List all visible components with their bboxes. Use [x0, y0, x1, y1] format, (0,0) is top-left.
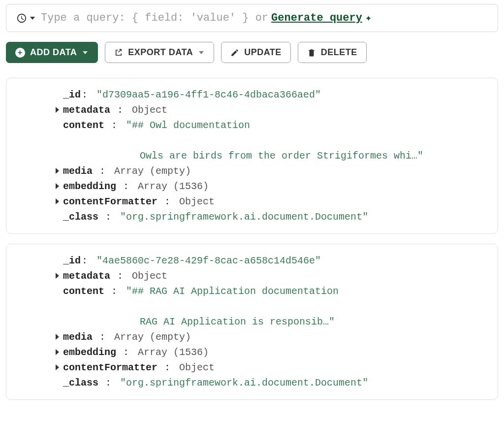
field-value: Object [132, 270, 167, 282]
field-key: content [63, 120, 104, 131]
delete-label: DELETE [321, 47, 357, 58]
field-key: embedding [63, 181, 116, 192]
field-value: Array (empty) [114, 165, 191, 177]
caret-right-icon [56, 107, 59, 113]
field-key: contentFormatter [63, 196, 158, 207]
field-key: _id [63, 89, 81, 100]
field-row-contentformatter[interactable]: contentFormatter : Object [56, 194, 488, 209]
query-placeholder: Type a query: { field: 'value' } or [41, 12, 268, 24]
field-key: media [63, 165, 93, 177]
field-value: "## Owl documentation [126, 120, 250, 131]
field-key: _id [63, 255, 81, 266]
field-row-media[interactable]: media : Array (empty) [56, 329, 488, 345]
sparkle-icon: ✦ [365, 11, 372, 25]
field-value-cont: Owls are birds from the order Strigiform… [63, 150, 423, 162]
field-row-metadata[interactable]: metadata : Object [56, 102, 488, 118]
field-key: media [63, 331, 93, 343]
field-key: embedding [63, 347, 116, 358]
field-value: "## RAG AI Application documentation [126, 286, 339, 297]
field-value: "org.springframework.ai.document.Documen… [120, 211, 368, 223]
field-value: Array (empty) [114, 331, 191, 343]
field-row-embedding[interactable]: embedding : Array (1536) [56, 345, 488, 360]
clock-icon [16, 13, 27, 24]
caret-right-icon [56, 334, 59, 340]
field-key: metadata [63, 104, 110, 116]
caret-right-icon [56, 198, 59, 204]
document-card[interactable]: _id: "d7309aa5-a196-4ff1-8c46-4dbaca366a… [6, 78, 498, 234]
update-label: UPDATE [244, 47, 282, 58]
caret-right-icon [56, 273, 59, 279]
field-key: metadata [63, 270, 110, 282]
field-row-id: _id: "4ae5860c-7e28-429f-8cac-a658c14d54… [56, 253, 488, 268]
field-key: contentFormatter [63, 362, 158, 373]
query-bar: Type a query: { field: 'value' } or Gene… [6, 4, 498, 32]
chevron-down-icon [30, 17, 35, 20]
field-value: Array (1536) [138, 347, 209, 358]
add-data-label: ADD DATA [30, 47, 77, 58]
export-icon [114, 48, 123, 57]
field-row-class: _class : "org.springframework.ai.documen… [56, 209, 488, 225]
add-data-button[interactable]: + ADD DATA [6, 42, 98, 63]
plus-icon: + [15, 48, 25, 58]
field-row-content: content : "## Owl documentation Owls are… [56, 118, 488, 163]
field-value: Object [179, 362, 215, 373]
field-row-contentformatter[interactable]: contentFormatter : Object [56, 360, 488, 375]
generate-query-link[interactable]: Generate query [271, 12, 362, 24]
update-button[interactable]: UPDATE [221, 42, 291, 63]
field-value: Object [132, 104, 167, 116]
field-row-embedding[interactable]: embedding : Array (1536) [56, 179, 488, 194]
field-row-class: _class : "org.springframework.ai.documen… [56, 375, 488, 390]
field-value: "d7309aa5-a196-4ff1-8c46-4dbaca366aed" [96, 89, 321, 100]
field-value: Object [179, 196, 215, 207]
field-value: Array (1536) [138, 181, 209, 192]
export-data-button[interactable]: EXPORT DATA [105, 42, 214, 63]
export-data-label: EXPORT DATA [128, 47, 193, 58]
field-key: _class [63, 377, 98, 389]
caret-right-icon [56, 168, 59, 174]
field-row-id: _id: "d7309aa5-a196-4ff1-8c46-4dbaca366a… [56, 87, 488, 102]
field-key: _class [63, 211, 98, 223]
trash-icon [307, 48, 316, 57]
toolbar: + ADD DATA EXPORT DATA UPDATE DELETE [6, 42, 498, 63]
field-value-cont: RAG AI Application is responsib…" [63, 316, 335, 327]
document-card[interactable]: _id: "4ae5860c-7e28-429f-8cac-a658c14d54… [6, 244, 498, 400]
caret-right-icon [56, 183, 59, 189]
caret-right-icon [56, 349, 59, 355]
field-row-content: content : "## RAG AI Application documen… [56, 284, 488, 329]
field-row-media[interactable]: media : Array (empty) [56, 163, 488, 179]
chevron-down-icon [83, 51, 88, 54]
field-value: "org.springframework.ai.document.Documen… [120, 377, 368, 389]
field-key: content [63, 286, 104, 297]
query-history-toggle[interactable] [16, 13, 35, 24]
query-input[interactable]: Type a query: { field: 'value' } or Gene… [41, 11, 488, 25]
caret-right-icon [56, 364, 59, 370]
delete-button[interactable]: DELETE [298, 42, 367, 63]
chevron-down-icon [199, 51, 204, 54]
field-row-metadata[interactable]: metadata : Object [56, 268, 488, 284]
pencil-icon [230, 48, 239, 57]
field-value: "4ae5860c-7e28-429f-8cac-a658c14d546e" [96, 255, 321, 266]
